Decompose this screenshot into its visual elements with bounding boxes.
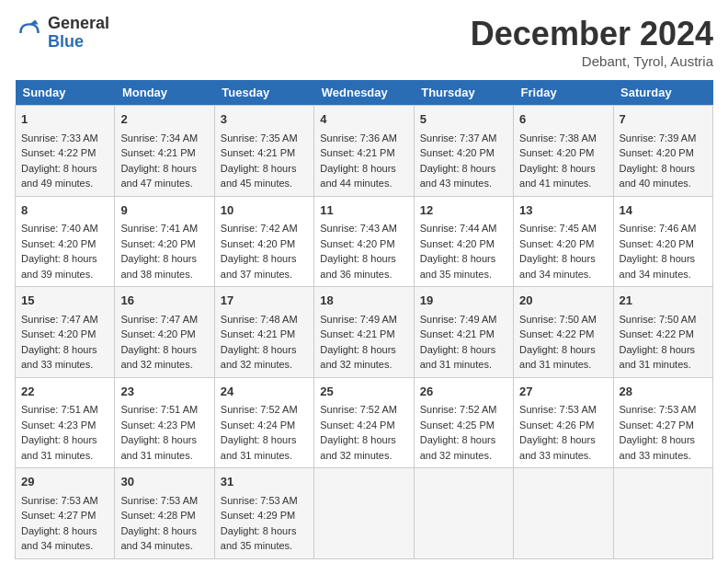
sunrise-label: Sunrise: 7:53 AM bbox=[620, 404, 697, 415]
sunrise-label: Sunrise: 7:39 AM bbox=[620, 132, 697, 144]
day-number: 16 bbox=[120, 292, 208, 310]
daylight-label: Daylight: 8 hours and 49 minutes. bbox=[21, 163, 97, 190]
calendar-cell bbox=[613, 468, 712, 559]
daylight-label: Daylight: 8 hours and 47 minutes. bbox=[120, 163, 197, 190]
sunset-label: Sunset: 4:24 PM bbox=[221, 419, 295, 431]
sunrise-label: Sunrise: 7:51 AM bbox=[120, 404, 198, 415]
calendar-cell: 16 Sunrise: 7:47 AM Sunset: 4:20 PM Dayl… bbox=[115, 287, 214, 378]
calendar-cell: 8 Sunrise: 7:40 AM Sunset: 4:20 PM Dayli… bbox=[16, 196, 115, 287]
calendar-cell: 23 Sunrise: 7:51 AM Sunset: 4:23 PM Dayl… bbox=[115, 377, 214, 468]
calendar-cell: 12 Sunrise: 7:44 AM Sunset: 4:20 PM Dayl… bbox=[414, 196, 513, 287]
calendar-cell: 14 Sunrise: 7:46 AM Sunset: 4:20 PM Dayl… bbox=[613, 196, 712, 287]
sunset-label: Sunset: 4:20 PM bbox=[221, 238, 295, 249]
sunset-label: Sunset: 4:20 PM bbox=[120, 328, 195, 339]
logo-text: General Blue bbox=[48, 15, 109, 52]
day-number: 19 bbox=[420, 292, 507, 310]
daylight-label: Daylight: 8 hours and 31 minutes. bbox=[620, 344, 696, 371]
calendar-week-row: 8 Sunrise: 7:40 AM Sunset: 4:20 PM Dayli… bbox=[16, 196, 713, 287]
sunrise-label: Sunrise: 7:43 AM bbox=[320, 223, 397, 234]
calendar-cell: 28 Sunrise: 7:53 AM Sunset: 4:27 PM Dayl… bbox=[613, 377, 712, 468]
sunset-label: Sunset: 4:23 PM bbox=[21, 419, 96, 431]
sunrise-label: Sunrise: 7:38 AM bbox=[519, 132, 597, 144]
daylight-label: Daylight: 8 hours and 31 minutes. bbox=[420, 344, 496, 371]
sunrise-label: Sunrise: 7:34 AM bbox=[120, 132, 198, 144]
daylight-label: Daylight: 8 hours and 35 minutes. bbox=[420, 253, 496, 280]
daylight-label: Daylight: 8 hours and 31 minutes. bbox=[21, 434, 97, 461]
sunset-label: Sunset: 4:27 PM bbox=[620, 419, 694, 431]
calendar-cell: 1 Sunrise: 7:33 AM Sunset: 4:22 PM Dayli… bbox=[16, 106, 115, 197]
sunrise-label: Sunrise: 7:33 AM bbox=[21, 132, 98, 144]
sunset-label: Sunset: 4:22 PM bbox=[519, 328, 594, 339]
day-number: 21 bbox=[620, 292, 707, 310]
sunset-label: Sunset: 4:21 PM bbox=[221, 147, 295, 158]
daylight-label: Daylight: 8 hours and 33 minutes. bbox=[21, 344, 97, 371]
weekday-header: Wednesday bbox=[314, 80, 414, 106]
calendar-cell: 31 Sunrise: 7:53 AM Sunset: 4:29 PM Dayl… bbox=[214, 468, 313, 559]
sunset-label: Sunset: 4:20 PM bbox=[21, 238, 96, 249]
sunrise-label: Sunrise: 7:51 AM bbox=[21, 404, 98, 415]
logo: General Blue bbox=[15, 15, 109, 52]
title-block: December 2024 Debant, Tyrol, Austria bbox=[471, 15, 713, 69]
daylight-label: Daylight: 8 hours and 37 minutes. bbox=[221, 253, 297, 280]
daylight-label: Daylight: 8 hours and 35 minutes. bbox=[221, 525, 297, 552]
day-number: 26 bbox=[420, 383, 507, 401]
calendar-week-row: 22 Sunrise: 7:51 AM Sunset: 4:23 PM Dayl… bbox=[16, 377, 713, 468]
weekday-header: Sunday bbox=[16, 80, 115, 106]
sunrise-label: Sunrise: 7:53 AM bbox=[519, 404, 597, 415]
calendar-cell: 30 Sunrise: 7:53 AM Sunset: 4:28 PM Dayl… bbox=[115, 468, 214, 559]
sunrise-label: Sunrise: 7:53 AM bbox=[221, 495, 298, 506]
sunrise-label: Sunrise: 7:36 AM bbox=[320, 132, 397, 144]
daylight-label: Daylight: 8 hours and 45 minutes. bbox=[221, 163, 297, 190]
daylight-label: Daylight: 8 hours and 32 minutes. bbox=[221, 344, 297, 371]
calendar-cell bbox=[514, 468, 613, 559]
calendar-cell: 19 Sunrise: 7:49 AM Sunset: 4:21 PM Dayl… bbox=[414, 287, 513, 378]
weekday-header: Friday bbox=[514, 80, 613, 106]
sunrise-label: Sunrise: 7:53 AM bbox=[120, 495, 198, 506]
calendar-cell: 9 Sunrise: 7:41 AM Sunset: 4:20 PM Dayli… bbox=[115, 196, 214, 287]
calendar-cell: 17 Sunrise: 7:48 AM Sunset: 4:21 PM Dayl… bbox=[214, 287, 313, 378]
day-number: 10 bbox=[221, 201, 308, 220]
daylight-label: Daylight: 8 hours and 40 minutes. bbox=[620, 163, 696, 190]
page-header: General Blue December 2024 Debant, Tyrol… bbox=[15, 15, 713, 69]
sunset-label: Sunset: 4:24 PM bbox=[320, 419, 394, 431]
calendar-cell: 26 Sunrise: 7:52 AM Sunset: 4:25 PM Dayl… bbox=[414, 377, 513, 468]
day-number: 23 bbox=[120, 383, 208, 401]
daylight-label: Daylight: 8 hours and 38 minutes. bbox=[120, 253, 197, 280]
sunrise-label: Sunrise: 7:35 AM bbox=[221, 132, 298, 144]
calendar-cell bbox=[314, 468, 414, 559]
daylight-label: Daylight: 8 hours and 32 minutes. bbox=[120, 344, 197, 371]
calendar-week-row: 15 Sunrise: 7:47 AM Sunset: 4:20 PM Dayl… bbox=[16, 287, 713, 378]
logo-general: General bbox=[48, 14, 109, 32]
calendar-cell: 27 Sunrise: 7:53 AM Sunset: 4:26 PM Dayl… bbox=[514, 377, 613, 468]
sunset-label: Sunset: 4:21 PM bbox=[420, 328, 495, 339]
daylight-label: Daylight: 8 hours and 31 minutes. bbox=[221, 434, 297, 461]
sunrise-label: Sunrise: 7:49 AM bbox=[420, 314, 497, 325]
calendar-cell: 22 Sunrise: 7:51 AM Sunset: 4:23 PM Dayl… bbox=[16, 377, 115, 468]
sunset-label: Sunset: 4:22 PM bbox=[620, 328, 694, 339]
day-number: 30 bbox=[120, 473, 208, 491]
sunset-label: Sunset: 4:27 PM bbox=[21, 510, 96, 521]
calendar-cell: 18 Sunrise: 7:49 AM Sunset: 4:21 PM Dayl… bbox=[314, 287, 414, 378]
daylight-label: Daylight: 8 hours and 36 minutes. bbox=[320, 253, 396, 280]
calendar-cell: 4 Sunrise: 7:36 AM Sunset: 4:21 PM Dayli… bbox=[314, 106, 414, 197]
calendar-cell: 6 Sunrise: 7:38 AM Sunset: 4:20 PM Dayli… bbox=[514, 106, 613, 197]
sunrise-label: Sunrise: 7:53 AM bbox=[21, 495, 98, 506]
day-number: 4 bbox=[320, 110, 407, 129]
calendar-week-row: 29 Sunrise: 7:53 AM Sunset: 4:27 PM Dayl… bbox=[16, 468, 713, 559]
weekday-header: Saturday bbox=[613, 80, 712, 106]
sunset-label: Sunset: 4:21 PM bbox=[320, 147, 394, 158]
day-number: 15 bbox=[21, 292, 108, 310]
daylight-label: Daylight: 8 hours and 31 minutes. bbox=[519, 344, 596, 371]
day-number: 7 bbox=[620, 110, 707, 129]
sunrise-label: Sunrise: 7:46 AM bbox=[620, 223, 697, 234]
weekday-header-row: SundayMondayTuesdayWednesdayThursdayFrid… bbox=[16, 80, 713, 106]
calendar-cell: 20 Sunrise: 7:50 AM Sunset: 4:22 PM Dayl… bbox=[514, 287, 613, 378]
calendar-cell: 13 Sunrise: 7:45 AM Sunset: 4:20 PM Dayl… bbox=[514, 196, 613, 287]
sunrise-label: Sunrise: 7:50 AM bbox=[620, 314, 697, 325]
sunrise-label: Sunrise: 7:52 AM bbox=[221, 404, 298, 415]
daylight-label: Daylight: 8 hours and 32 minutes. bbox=[420, 434, 496, 461]
daylight-label: Daylight: 8 hours and 39 minutes. bbox=[21, 253, 97, 280]
sunset-label: Sunset: 4:20 PM bbox=[519, 147, 594, 158]
daylight-label: Daylight: 8 hours and 31 minutes. bbox=[120, 434, 197, 461]
sunrise-label: Sunrise: 7:41 AM bbox=[120, 223, 198, 234]
